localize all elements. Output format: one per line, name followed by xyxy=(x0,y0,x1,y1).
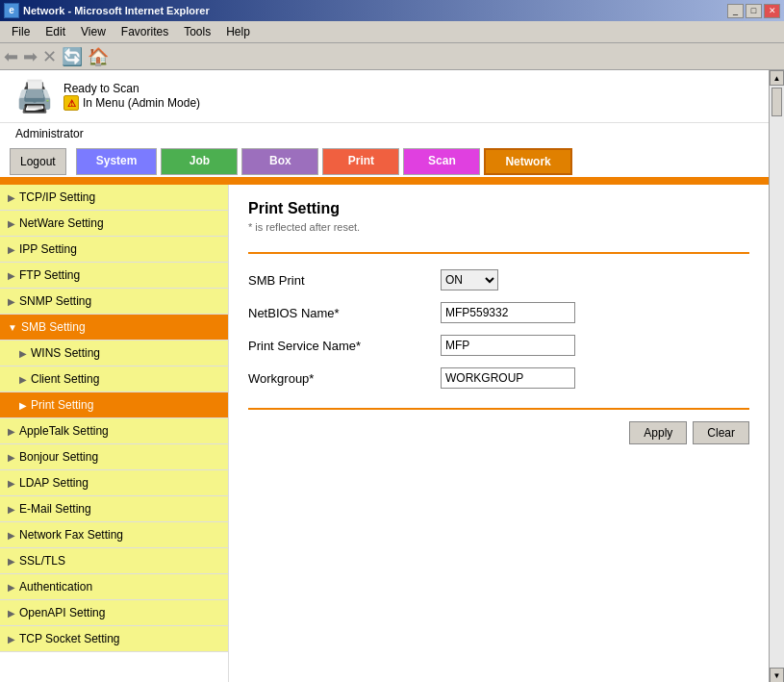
sidebar-label: IPP Setting xyxy=(19,242,77,256)
form-row-print-service: Print Service Name* xyxy=(248,335,749,356)
menu-tools[interactable]: Tools xyxy=(176,23,218,40)
sidebar-item-wins[interactable]: ▶ WINS Setting xyxy=(0,341,228,366)
status-bar: 🖨️ Ready to Scan ⚠ In Menu (Admin Mode) xyxy=(0,70,769,123)
sidebar-item-networkfax[interactable]: ▶ Network Fax Setting xyxy=(0,522,228,548)
sidebar-label: OpenAPI Setting xyxy=(19,606,105,619)
form-row-netbios: NetBIOS Name* xyxy=(248,302,749,323)
sidebar-item-tcpip[interactable]: ▶ TCP/IP Setting xyxy=(0,185,228,211)
sidebar-item-ipp[interactable]: ▶ IPP Setting xyxy=(0,237,228,263)
arrow-icon: ▶ xyxy=(8,244,15,255)
arrow-icon: ▶ xyxy=(8,582,15,593)
menu-edit[interactable]: Edit xyxy=(38,23,73,40)
sidebar-item-print[interactable]: ▶ Print Setting xyxy=(0,392,228,418)
menu-favorites[interactable]: Favorites xyxy=(114,23,176,40)
arrow-icon: ▶ xyxy=(8,192,15,203)
sidebar-item-smb[interactable]: ▼ SMB Setting xyxy=(0,315,228,341)
orange-divider xyxy=(0,177,769,185)
control-netbios xyxy=(441,302,575,323)
title-bar: e Network - Microsoft Internet Explorer … xyxy=(0,0,784,21)
tab-job[interactable]: Job xyxy=(161,148,238,175)
sidebar-item-openapi[interactable]: ▶ OpenAPI Setting xyxy=(0,600,228,626)
vertical-scrollbar[interactable]: ▲ ▼ xyxy=(769,70,784,682)
sidebar-label: NetWare Setting xyxy=(19,216,104,230)
menu-file[interactable]: File xyxy=(4,23,38,40)
ie-toolbar: ⬅ ➡ ✕ 🔄 🏠 xyxy=(0,43,784,70)
sidebar-item-ftp[interactable]: ▶ FTP Setting xyxy=(0,263,228,289)
control-smb-print: ON OFF xyxy=(441,269,498,290)
sidebar: ▶ TCP/IP Setting ▶ NetWare Setting ▶ IPP… xyxy=(0,185,229,682)
sidebar-item-client[interactable]: ▶ Client Setting xyxy=(0,366,228,392)
button-row: Apply Clear xyxy=(248,408,749,444)
window-controls: _ □ ✕ xyxy=(727,4,780,18)
sidebar-item-ldap[interactable]: ▶ LDAP Setting xyxy=(0,470,228,496)
menu-view[interactable]: View xyxy=(73,23,114,40)
form-section: SMB Print ON OFF NetBIOS Name* xyxy=(248,252,749,389)
window-title: Network - Microsoft Internet Explorer xyxy=(23,5,210,16)
logout-button[interactable]: Logout xyxy=(10,148,66,175)
close-button[interactable]: ✕ xyxy=(764,4,780,18)
arrow-icon: ▶ xyxy=(8,634,15,644)
select-smb-print[interactable]: ON OFF xyxy=(441,269,498,290)
maximize-button[interactable]: □ xyxy=(746,4,762,18)
sidebar-item-snmp[interactable]: ▶ SNMP Setting xyxy=(0,289,228,315)
sidebar-label: FTP Setting xyxy=(19,268,80,282)
scroll-up-arrow[interactable]: ▲ xyxy=(770,70,784,86)
form-row-smb-print: SMB Print ON OFF xyxy=(248,269,749,290)
tab-scan[interactable]: Scan xyxy=(403,148,480,175)
control-print-service xyxy=(441,335,575,356)
warning-icon: ⚠ xyxy=(63,95,79,111)
sidebar-label: Authentication xyxy=(19,580,92,594)
browser-content: 🖨️ Ready to Scan ⚠ In Menu (Admin Mode) … xyxy=(0,70,784,682)
label-print-service: Print Service Name* xyxy=(248,339,441,353)
tab-navigation: Logout System Job Box Print Scan Network xyxy=(0,144,769,175)
scroll-down-arrow[interactable]: ▼ xyxy=(770,668,784,682)
tab-system[interactable]: System xyxy=(76,148,158,175)
sidebar-item-ssl[interactable]: ▶ SSL/TLS xyxy=(0,548,228,574)
input-workgroup[interactable] xyxy=(441,367,575,389)
sidebar-item-tcpsocket[interactable]: ▶ TCP Socket Setting xyxy=(0,626,228,652)
sidebar-label: WINS Setting xyxy=(31,346,100,360)
arrow-icon: ▶ xyxy=(8,452,15,463)
sidebar-item-netware[interactable]: ▶ NetWare Setting xyxy=(0,211,228,237)
sidebar-label: TCP Socket Setting xyxy=(19,632,120,645)
scroll-thumb[interactable] xyxy=(771,88,782,116)
arrow-icon: ▶ xyxy=(8,504,15,515)
sidebar-label: SSL/TLS xyxy=(19,554,65,568)
arrow-icon: ▶ xyxy=(8,270,15,281)
menu-help[interactable]: Help xyxy=(218,23,258,40)
input-netbios[interactable] xyxy=(441,302,575,323)
ready-status: Ready to Scan xyxy=(63,82,200,95)
arrow-icon: ▶ xyxy=(8,426,15,437)
sidebar-label: AppleTalk Setting xyxy=(19,424,109,438)
tab-print[interactable]: Print xyxy=(322,148,399,175)
sidebar-label: LDAP Setting xyxy=(19,476,89,490)
clear-button[interactable]: Clear xyxy=(693,421,749,444)
tab-box[interactable]: Box xyxy=(241,148,318,175)
arrow-icon: ▶ xyxy=(19,374,27,385)
sidebar-item-auth[interactable]: ▶ Authentication xyxy=(0,574,228,600)
sidebar-label: E-Mail Setting xyxy=(19,502,91,516)
arrow-icon: ▶ xyxy=(8,296,15,307)
scroll-track xyxy=(770,86,784,668)
sidebar-item-appletalk[interactable]: ▶ AppleTalk Setting xyxy=(0,418,228,444)
sidebar-label: Print Setting xyxy=(31,398,93,412)
form-row-workgroup: Workgroup* xyxy=(248,367,749,389)
content-note: * is reflected after reset. xyxy=(248,221,749,233)
menu-status: In Menu (Admin Mode) xyxy=(83,96,200,110)
label-smb-print: SMB Print xyxy=(248,273,441,288)
input-print-service[interactable] xyxy=(441,335,575,356)
window-icon: e xyxy=(4,3,19,18)
main-layout: ▶ TCP/IP Setting ▶ NetWare Setting ▶ IPP… xyxy=(0,185,769,682)
admin-label: Administrator xyxy=(0,123,769,144)
apply-button[interactable]: Apply xyxy=(629,421,687,444)
arrow-icon: ▶ xyxy=(8,608,15,619)
menu-bar: File Edit View Favorites Tools Help xyxy=(0,21,784,43)
arrow-icon: ▶ xyxy=(8,218,15,229)
sidebar-item-email[interactable]: ▶ E-Mail Setting xyxy=(0,496,228,522)
sidebar-item-bonjour[interactable]: ▶ Bonjour Setting xyxy=(0,444,228,470)
minimize-button[interactable]: _ xyxy=(727,4,744,18)
printer-icon: 🖨️ xyxy=(15,78,54,114)
content-area: Print Setting * is reflected after reset… xyxy=(229,185,769,682)
tab-network[interactable]: Network xyxy=(484,148,571,175)
sidebar-label: SNMP Setting xyxy=(19,294,91,308)
